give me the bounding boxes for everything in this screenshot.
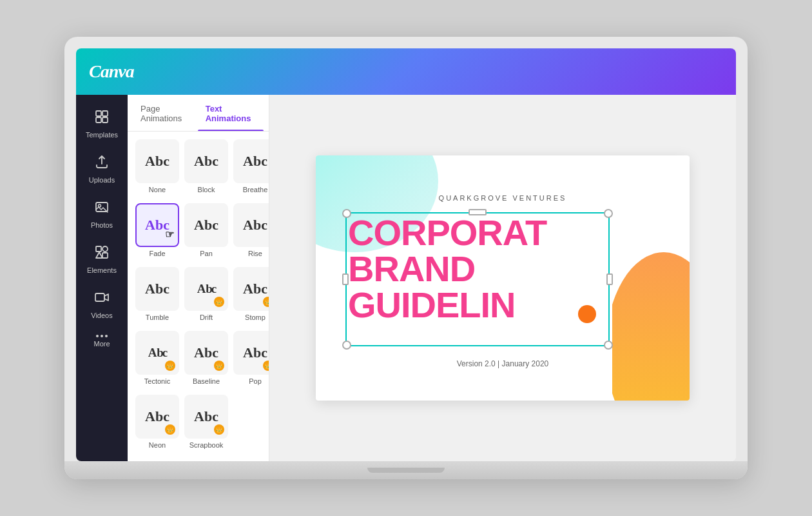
tab-text-animations[interactable]: Text Animations: [198, 95, 264, 131]
svg-rect-8: [102, 253, 108, 258]
photos-icon: [94, 199, 110, 219]
premium-badge: 👑: [214, 424, 224, 435]
svg-point-11: [612, 252, 690, 401]
animation-grid: Abc None Abc Block Abc: [128, 132, 269, 461]
animations-panel: Page Animations Text Animations Abc None: [128, 95, 269, 461]
anim-scrapbook[interactable]: Abc 👑 Scrapbook: [184, 395, 228, 453]
svg-rect-1: [102, 111, 108, 116]
anim-neon-label: Neon: [149, 441, 166, 449]
top-bar: Canva: [76, 48, 736, 95]
sidebar-item-photos-label: Photos: [91, 221, 113, 229]
cursor-icon: ☞: [165, 228, 174, 241]
anim-rise[interactable]: Abc Rise: [233, 203, 269, 262]
canvas-version: Version 2.0 | January 2020: [457, 359, 549, 368]
anim-block-label: Block: [198, 186, 215, 194]
laptop-notch: [367, 468, 445, 473]
sidebar-item-more-label: More: [93, 340, 110, 348]
sidebar-item-elements-label: Elements: [87, 266, 117, 274]
sidebar-item-uploads-label: Uploads: [89, 176, 115, 184]
svg-rect-0: [96, 111, 101, 116]
uploads-icon: [94, 154, 110, 174]
sidebar-item-more[interactable]: More: [79, 328, 125, 354]
panel-tabs: Page Animations Text Animations: [128, 95, 269, 132]
handle-bottom-left[interactable]: [342, 341, 351, 350]
anim-stomp-label: Stomp: [245, 313, 266, 321]
anim-rise-label: Rise: [248, 250, 262, 257]
videos-icon: [94, 290, 110, 309]
premium-badge: 👑: [165, 424, 175, 435]
anim-breathe[interactable]: Abc Breathe: [233, 139, 269, 198]
anim-pan[interactable]: Abc Pan: [184, 203, 228, 262]
canvas-headline: CORPORATBRANDGUIDELIN: [348, 215, 546, 323]
anim-baseline-label: Baseline: [193, 377, 220, 385]
sidebar-item-photos[interactable]: Photos: [79, 193, 125, 235]
sidebar-item-videos[interactable]: Videos: [79, 283, 125, 326]
sidebar-item-templates-label: Templates: [86, 131, 118, 139]
svg-rect-9: [95, 293, 104, 301]
svg-point-7: [102, 246, 108, 252]
premium-badge: 👑: [214, 297, 224, 307]
anim-fade[interactable]: Abc ☞ Fade: [135, 203, 179, 262]
laptop-screen: Canva Templates: [76, 48, 736, 461]
anim-scrapbook-label: Scrapbook: [189, 441, 224, 449]
tab-page-animations[interactable]: Page Animations: [133, 95, 198, 131]
premium-badge: 👑: [165, 361, 175, 371]
anim-pop[interactable]: Abc 👑 Pop: [233, 331, 269, 390]
svg-rect-6: [96, 246, 101, 252]
canvas-company-name: QUARKGROVE VENTURES: [439, 194, 567, 202]
canva-logo: Canva: [89, 61, 134, 82]
anim-tectonic[interactable]: A bc 👑 Tectonic: [135, 331, 179, 390]
handle-middle-right[interactable]: [606, 273, 613, 285]
templates-icon: [94, 109, 110, 128]
canvas-area: QUARKGROVE VENTURES CORPORATBRANDGUIDELI: [269, 95, 736, 461]
laptop-base: [64, 461, 748, 479]
premium-badge: 👑: [263, 297, 269, 307]
anim-tumble-label: Tumble: [146, 313, 169, 321]
premium-badge: 👑: [263, 361, 269, 371]
elements-icon: [94, 244, 110, 264]
sidebar: Templates Uploads: [76, 95, 128, 461]
coral-shape: [612, 233, 690, 401]
anim-drift[interactable]: A bc 👑 Drift: [184, 267, 228, 326]
sidebar-item-elements[interactable]: Elements: [79, 238, 125, 281]
anim-fade-label: Fade: [149, 250, 165, 257]
anim-tectonic-label: Tectonic: [144, 377, 170, 385]
sidebar-item-videos-label: Videos: [91, 312, 112, 319]
anim-pan-label: Pan: [200, 250, 213, 257]
anim-pop-label: Pop: [249, 377, 262, 385]
sidebar-item-uploads[interactable]: Uploads: [79, 148, 125, 190]
anim-stomp[interactable]: Abc 👑 Stomp: [233, 267, 269, 326]
anim-block[interactable]: Abc Block: [184, 139, 228, 198]
laptop-shell: Canva Templates: [64, 37, 748, 479]
anim-none-label: None: [149, 186, 166, 194]
anim-neon[interactable]: Abc 👑 Neon: [135, 395, 179, 453]
anim-baseline[interactable]: Abc 👑 Baseline: [184, 331, 228, 390]
anim-tumble[interactable]: Abc Tumble: [135, 267, 179, 326]
svg-rect-2: [96, 117, 101, 123]
anim-none[interactable]: Abc None: [135, 139, 179, 198]
anim-drift-label: Drift: [200, 313, 213, 321]
sidebar-item-templates[interactable]: Templates: [79, 103, 125, 145]
anim-breathe-label: Breathe: [243, 186, 268, 194]
design-canvas[interactable]: QUARKGROVE VENTURES CORPORATBRANDGUIDELI: [316, 155, 690, 401]
svg-rect-3: [102, 117, 108, 123]
premium-badge: 👑: [214, 361, 224, 371]
main-content: Templates Uploads: [76, 95, 736, 461]
handle-top-right[interactable]: [604, 209, 613, 218]
more-dots-icon: [96, 335, 108, 337]
handle-bottom-right[interactable]: [604, 341, 613, 350]
